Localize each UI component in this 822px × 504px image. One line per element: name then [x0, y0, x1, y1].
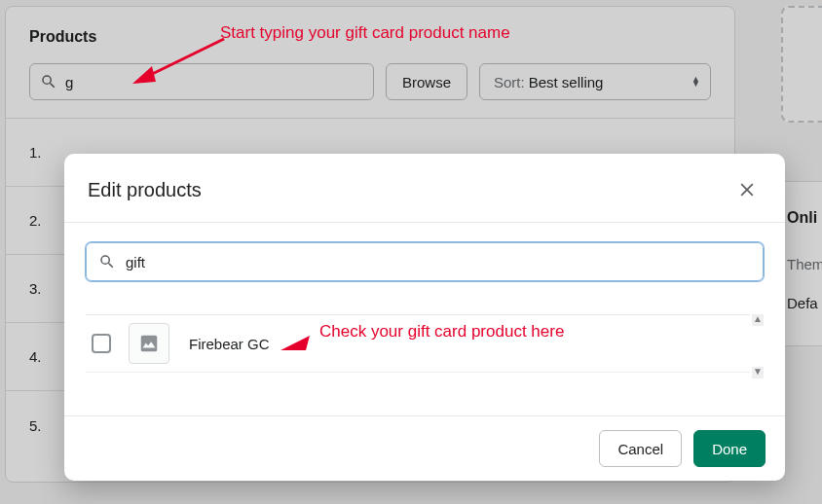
done-button[interactable]: Done: [693, 430, 766, 467]
close-icon: [737, 180, 757, 199]
browse-button[interactable]: Browse: [386, 63, 467, 100]
annotation-arrow-icon: [131, 37, 228, 86]
side-heading: Onli: [787, 209, 817, 227]
sort-caret-icon: ▲▼: [691, 77, 700, 87]
product-thumbnail: [129, 323, 169, 364]
search-icon: [98, 253, 116, 270]
scroll-up-icon[interactable]: ▲: [752, 314, 764, 326]
side-dashed-panel: [781, 6, 822, 123]
sort-prefix: Sort:: [494, 74, 525, 90]
modal-footer: Cancel Done: [64, 415, 785, 481]
modal-title: Edit products: [88, 179, 202, 201]
close-button[interactable]: [730, 173, 764, 206]
annotation-mid: Check your gift card product here: [319, 322, 564, 342]
product-name: Firebear GC: [189, 336, 270, 352]
modal-search-wrap: [86, 242, 764, 281]
sort-select[interactable]: Sort: Best selling ▲▼: [479, 63, 711, 100]
product-checkbox[interactable]: [92, 334, 111, 353]
image-placeholder-icon: [138, 333, 160, 354]
svg-marker-1: [132, 66, 156, 84]
cancel-button[interactable]: Cancel: [599, 430, 682, 467]
annotation-triangle-icon: [280, 333, 310, 350]
side-subhead: Theme: [787, 256, 822, 272]
modal-search-input[interactable]: [126, 254, 751, 270]
edit-products-modal: Edit products Firebear GC ▲ ▼ Cancel Do: [64, 154, 785, 481]
modal-body: Firebear GC ▲ ▼: [64, 223, 785, 415]
annotation-top: Start typing your gift card product name: [220, 23, 510, 43]
products-toolbar: g Browse Sort: Best selling ▲▼: [6, 46, 734, 118]
scroll-down-icon[interactable]: ▼: [752, 367, 764, 378]
products-search-value: g: [65, 74, 73, 90]
search-icon: [40, 73, 57, 90]
modal-scrollbar[interactable]: ▲ ▼: [752, 314, 764, 378]
modal-header: Edit products: [64, 154, 785, 223]
sort-value: Best selling: [529, 74, 604, 90]
svg-marker-2: [280, 336, 310, 350]
side-row: Defa: [787, 295, 818, 311]
